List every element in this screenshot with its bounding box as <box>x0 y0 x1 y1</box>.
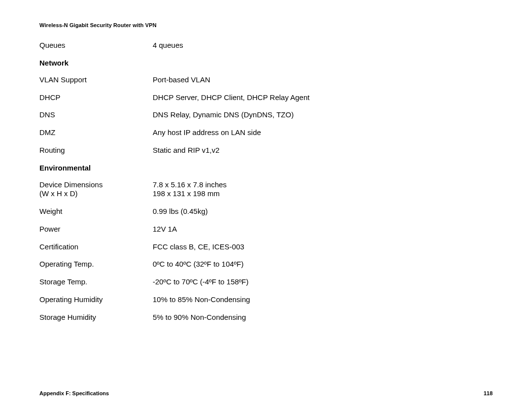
spec-value: 0.99 lbs (0.45kg) <box>153 207 493 216</box>
spec-row: RoutingStatic and RIP v1,v2 <box>39 146 493 155</box>
spec-row: DNSDNS Relay, Dynamic DNS (DynDNS, TZO) <box>39 110 493 120</box>
spec-value: 5% to 90% Non-Condensing <box>153 313 493 322</box>
document-footer: Appendix F: Specifications 118 <box>39 390 493 396</box>
spec-label: Routing <box>39 146 153 155</box>
spec-value: 0ºC to 40ºC (32ºF to 104ºF) <box>153 260 493 269</box>
spec-label: Queues <box>39 41 153 50</box>
footer-appendix-label: Appendix F: Specifications <box>39 390 109 396</box>
spec-label: DMZ <box>39 128 153 137</box>
spec-label: VLAN Support <box>39 75 153 85</box>
spec-label: Certification <box>39 242 153 252</box>
spec-row: DHCPDHCP Server, DHCP Client, DHCP Relay… <box>39 93 493 103</box>
spec-value: Port-based VLAN <box>153 75 493 85</box>
spec-value: 7.8 x 5.16 x 7.8 inches 198 x 131 x 198 … <box>153 180 493 199</box>
spec-value: Any host IP address on LAN side <box>153 128 493 137</box>
spec-value: 12V 1A <box>153 225 493 234</box>
spec-row: CertificationFCC class B, CE, ICES-003 <box>39 242 493 252</box>
specifications-body: Queues4 queuesNetworkVLAN SupportPort-ba… <box>39 41 493 322</box>
spec-row: Power12V 1A <box>39 225 493 234</box>
spec-label: DHCP <box>39 93 153 103</box>
spec-label: Operating Temp. <box>39 260 153 269</box>
spec-row: Device Dimensions (W x H x D)7.8 x 5.16 … <box>39 180 493 199</box>
spec-value: 4 queues <box>153 41 493 50</box>
spec-value: DHCP Server, DHCP Client, DHCP Relay Age… <box>153 93 493 103</box>
spec-label: Power <box>39 225 153 234</box>
spec-value: 10% to 85% Non-Condensing <box>153 295 493 305</box>
spec-row: Storage Humidity5% to 90% Non-Condensing <box>39 313 493 322</box>
spec-value: FCC class B, CE, ICES-003 <box>153 242 493 252</box>
spec-row: Storage Temp.-20ºC to 70ºC (-4ºF to 158º… <box>39 277 493 287</box>
spec-row: Queues4 queues <box>39 41 493 50</box>
spec-value: -20ºC to 70ºC (-4ºF to 158ºF) <box>153 277 493 287</box>
spec-label: Storage Temp. <box>39 277 153 287</box>
spec-label: DNS <box>39 110 153 120</box>
spec-value: Static and RIP v1,v2 <box>153 146 493 155</box>
section-heading: Network <box>39 59 493 67</box>
document-header-title: Wireless-N Gigabit Security Router with … <box>39 22 493 28</box>
spec-label: Weight <box>39 207 153 216</box>
spec-row: VLAN SupportPort-based VLAN <box>39 75 493 85</box>
spec-row: Operating Humidity10% to 85% Non-Condens… <box>39 295 493 305</box>
spec-row: Weight0.99 lbs (0.45kg) <box>39 207 493 216</box>
section-heading: Environmental <box>39 164 493 172</box>
document-page: Wireless-N Gigabit Security Router with … <box>0 0 532 411</box>
spec-row: DMZAny host IP address on LAN side <box>39 128 493 137</box>
spec-label: Storage Humidity <box>39 313 153 322</box>
spec-label: Device Dimensions (W x H x D) <box>39 180 153 199</box>
footer-page-number: 118 <box>484 390 493 396</box>
spec-value: DNS Relay, Dynamic DNS (DynDNS, TZO) <box>153 110 493 120</box>
spec-label: Operating Humidity <box>39 295 153 305</box>
spec-row: Operating Temp.0ºC to 40ºC (32ºF to 104º… <box>39 260 493 269</box>
